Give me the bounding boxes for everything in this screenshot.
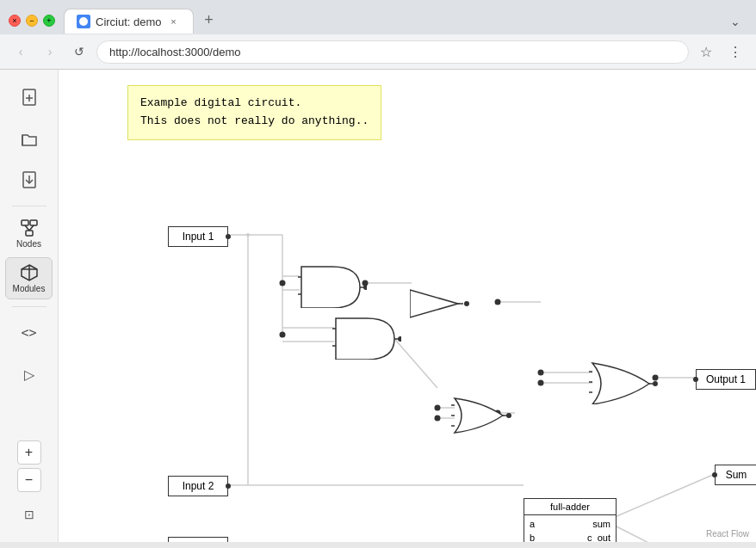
full-adder-module[interactable]: full-adder a b c_in sum c_out xyxy=(524,498,617,542)
input3-label: Input 3 xyxy=(183,541,214,542)
close-window-button[interactable]: × xyxy=(9,15,21,27)
full-adder-output-sum: sum xyxy=(587,519,610,529)
sidebar: Nodes Modules <> ▷ + − ⊡ xyxy=(0,70,59,542)
modules-panel-button[interactable]: Modules xyxy=(5,257,53,299)
svg-point-59 xyxy=(464,301,469,306)
svg-point-37 xyxy=(538,370,544,376)
svg-rect-7 xyxy=(22,220,28,225)
svg-point-55 xyxy=(398,336,401,342)
svg-line-11 xyxy=(29,225,34,231)
note-box: Example digital circuit. This does not r… xyxy=(127,85,381,140)
full-adder-inputs: a b c_in xyxy=(524,515,552,542)
svg-marker-56 xyxy=(410,290,458,317)
full-adder-input-a: a xyxy=(530,519,547,529)
modules-label: Modules xyxy=(13,284,46,293)
sum-node[interactable]: Sum xyxy=(715,465,756,485)
full-adder-outputs: sum c_out xyxy=(582,515,616,542)
full-adder-input-b: b xyxy=(530,533,547,542)
new-file-button[interactable] xyxy=(10,78,48,116)
svg-point-75 xyxy=(653,381,658,386)
sidebar-bottom: + − ⊡ xyxy=(10,440,48,533)
svg-point-31 xyxy=(435,405,441,411)
circuit-canvas[interactable]: Example digital circuit. This does not r… xyxy=(59,70,756,542)
nodes-label: Nodes xyxy=(16,239,41,249)
input3-node[interactable]: Input 3 xyxy=(168,537,228,542)
fit-icon: ⊡ xyxy=(24,508,34,521)
and-gate-1 xyxy=(298,263,367,308)
svg-line-10 xyxy=(25,225,29,231)
input2-node[interactable]: Input 2 xyxy=(168,476,228,496)
sidebar-divider-2 xyxy=(12,306,46,307)
tab-close-button[interactable]: × xyxy=(167,15,181,28)
and-gate-2 xyxy=(332,315,401,360)
full-adder-title: full-adder xyxy=(524,499,616,515)
fit-view-button[interactable]: ⊡ xyxy=(10,496,48,533)
input2-label: Input 2 xyxy=(183,480,214,492)
sum-label: Sum xyxy=(726,469,747,481)
note-line1: Example digital circuit. xyxy=(140,95,369,113)
svg-point-32 xyxy=(435,416,441,422)
address-bar[interactable]: http://localhost:3000/demo xyxy=(96,40,689,64)
maximize-window-button[interactable]: + xyxy=(43,15,55,27)
svg-point-26 xyxy=(495,299,501,305)
reload-button[interactable]: ↺ xyxy=(67,40,91,64)
circuit-svg xyxy=(59,70,756,542)
play-icon: ▷ xyxy=(24,366,34,383)
code-button[interactable]: <> xyxy=(10,314,48,352)
output1-label: Output 1 xyxy=(706,373,746,385)
input1-node[interactable]: Input 1 xyxy=(168,226,228,247)
svg-point-43 xyxy=(246,233,250,237)
svg-point-0 xyxy=(79,17,88,26)
svg-line-46 xyxy=(615,474,715,517)
svg-line-47 xyxy=(615,526,715,542)
svg-point-17 xyxy=(280,280,286,286)
code-icon: <> xyxy=(21,325,36,341)
browser-menu-button[interactable]: ⋮ xyxy=(723,40,747,64)
svg-rect-9 xyxy=(26,231,33,236)
input1-label: Input 1 xyxy=(183,231,214,243)
tab-title: Circiut: demo xyxy=(96,15,162,28)
nodes-icon xyxy=(20,219,39,237)
zoom-out-button[interactable]: − xyxy=(17,468,41,492)
note-line2: This does not really do anything.. xyxy=(140,113,369,131)
import-button[interactable] xyxy=(10,161,48,199)
new-tab-button[interactable]: + xyxy=(197,8,221,32)
modules-icon xyxy=(20,263,39,282)
nodes-panel-button[interactable]: Nodes xyxy=(9,213,48,254)
minimize-window-button[interactable]: − xyxy=(26,15,38,27)
svg-point-18 xyxy=(280,332,286,338)
or-gate-1 xyxy=(451,395,513,436)
open-file-button[interactable] xyxy=(10,120,48,157)
play-button[interactable]: ▷ xyxy=(10,355,48,393)
forward-button[interactable]: › xyxy=(38,40,62,64)
zoom-in-button[interactable]: + xyxy=(17,440,41,465)
full-adder-output-cout: c_out xyxy=(587,533,610,542)
bookmark-button[interactable]: ☆ xyxy=(694,40,718,64)
tab-menu-button[interactable]: ⌄ xyxy=(723,9,747,34)
svg-point-67 xyxy=(506,413,511,418)
not-gate xyxy=(410,286,479,321)
full-adder-body: a b c_in sum c_out xyxy=(524,515,616,542)
svg-point-51 xyxy=(363,285,367,290)
active-tab[interactable]: Circiut: demo × xyxy=(64,9,194,34)
react-flow-watermark: React Flow xyxy=(706,529,749,539)
back-button[interactable]: ‹ xyxy=(9,40,33,64)
output1-node[interactable]: Output 1 xyxy=(696,369,756,390)
or-gate-2 xyxy=(589,360,658,404)
svg-rect-8 xyxy=(30,220,37,225)
sidebar-divider-1 xyxy=(12,206,46,206)
url-display: http://localhost:3000/demo xyxy=(109,46,676,58)
tab-favicon xyxy=(77,15,90,28)
svg-point-38 xyxy=(538,380,544,386)
